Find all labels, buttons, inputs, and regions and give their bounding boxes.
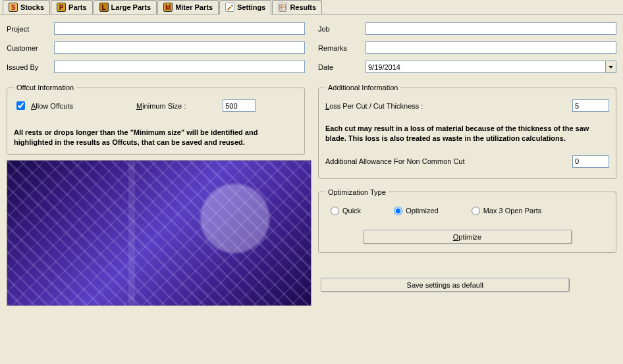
- decorative-image: [7, 160, 312, 306]
- settings-icon: [225, 3, 234, 12]
- stocks-icon: S: [9, 3, 18, 12]
- date-input[interactable]: [366, 61, 605, 72]
- remarks-input[interactable]: [366, 41, 616, 54]
- loss-per-cut-input[interactable]: [572, 99, 609, 112]
- chevron-down-icon: [609, 66, 613, 68]
- right-column: Job Remarks Date Additional Information …: [318, 22, 616, 306]
- radio-quick[interactable]: Quick: [331, 207, 361, 215]
- job-input[interactable]: [366, 22, 616, 35]
- offcut-info-text: All rests or drops longer than the "Mini…: [14, 128, 298, 147]
- left-column: Project Customer Issued By Offcut Inform…: [7, 22, 305, 306]
- tab-stocks[interactable]: S Stocks: [3, 0, 50, 14]
- radio-max3[interactable]: Max 3 Open Parts: [472, 207, 542, 215]
- tab-miter-parts-label: Miter Parts: [175, 3, 213, 11]
- issuedby-input[interactable]: [54, 61, 305, 73]
- date-label: Date: [318, 63, 366, 71]
- optimize-button[interactable]: Optimize: [363, 230, 572, 244]
- radio-optimized-input[interactable]: [394, 207, 402, 215]
- optimization-legend: Optimization Type: [325, 188, 389, 196]
- date-dropdown-button[interactable]: [605, 61, 616, 72]
- project-input[interactable]: [54, 22, 305, 35]
- optimization-group: Optimization Type Quick Optimized Max 3 …: [318, 188, 616, 253]
- additional-group: Additional Information Loss Per Cut / Cu…: [318, 84, 616, 179]
- customer-input[interactable]: [54, 41, 305, 54]
- tab-bar: S Stocks P Parts L Large Parts M Miter P…: [0, 0, 623, 14]
- tab-parts-label: Parts: [68, 3, 87, 11]
- allow-offcuts-label: Allow Offcuts: [31, 102, 73, 110]
- remarks-label: Remarks: [318, 44, 366, 52]
- tab-large-parts-label: Large Parts: [111, 3, 151, 11]
- loss-per-cut-label: Loss Per Cut / Cut Thickness :: [325, 102, 423, 110]
- allowance-label: Additional Allowance For Non Common Cut: [325, 157, 465, 165]
- radio-quick-input[interactable]: [331, 207, 339, 215]
- svg-rect-0: [280, 5, 286, 11]
- tab-parts[interactable]: P Parts: [51, 0, 93, 14]
- tab-large-parts[interactable]: L Large Parts: [94, 0, 157, 14]
- allow-offcuts-checkbox[interactable]: [16, 101, 25, 110]
- large-parts-icon: L: [99, 3, 109, 12]
- offcut-legend: Offcut Information: [14, 84, 76, 91]
- date-picker[interactable]: [366, 61, 616, 73]
- save-settings-button[interactable]: Save settings as default: [321, 278, 570, 292]
- minimum-size-input[interactable]: [223, 99, 256, 112]
- radio-max3-input[interactable]: [472, 207, 480, 215]
- additional-info-text: Each cut may result in a loss of materia…: [325, 124, 609, 143]
- settings-content: Project Customer Issued By Offcut Inform…: [0, 14, 623, 314]
- radio-optimized-label: Optimized: [406, 207, 439, 215]
- results-icon: [278, 3, 287, 12]
- additional-legend: Additional Information: [325, 84, 400, 91]
- tab-miter-parts[interactable]: M Miter Parts: [157, 0, 219, 14]
- tab-settings[interactable]: Settings: [219, 0, 271, 14]
- offcut-group: Offcut Information Allow Offcuts Minimum…: [7, 84, 305, 155]
- issuedby-label: Issued By: [7, 63, 54, 71]
- radio-optimized[interactable]: Optimized: [394, 207, 439, 215]
- job-label: Job: [318, 25, 366, 33]
- tab-results-label: Results: [290, 3, 316, 11]
- radio-quick-label: Quick: [342, 207, 361, 215]
- parts-icon: P: [57, 3, 66, 12]
- miter-parts-icon: M: [163, 3, 173, 12]
- allowance-input[interactable]: [572, 155, 609, 168]
- tab-stocks-label: Stocks: [20, 3, 44, 11]
- customer-label: Customer: [7, 44, 54, 52]
- tab-settings-label: Settings: [237, 3, 265, 11]
- minimum-size-label: Minimum Size :: [136, 102, 186, 110]
- radio-max3-label: Max 3 Open Parts: [483, 207, 542, 215]
- project-label: Project: [7, 25, 54, 33]
- tab-results[interactable]: Results: [272, 0, 322, 14]
